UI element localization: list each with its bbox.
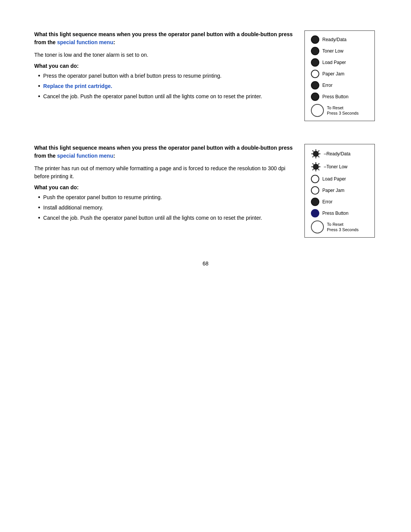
section-1-body: The toner is low and the toner alarm is … — [34, 51, 293, 59]
led-press-button-1 — [311, 93, 319, 101]
bullet-2-2: Install additional memory. — [38, 204, 293, 212]
section-2-heading: What this light sequence means when you … — [34, 144, 293, 160]
bullet-2-2-text: Install additional memory. — [43, 204, 104, 212]
reset-button-2 — [311, 220, 324, 233]
section-2: What this light sequence means when you … — [34, 144, 377, 238]
label-toner-low-1: Toner Low — [322, 48, 343, 54]
svg-line-16 — [318, 163, 319, 165]
led-load-paper-2 — [311, 175, 319, 183]
led-load-paper-1 — [311, 58, 319, 67]
section-1-heading: What this light sequence means when you … — [34, 30, 293, 46]
label-press-button-2: Press Button — [322, 211, 349, 216]
led-error-2 — [311, 198, 319, 206]
bullet-2-1-text: Push the operator panel button to resume… — [43, 193, 162, 201]
led-paper-jam-1 — [311, 70, 319, 78]
led-error-1 — [311, 81, 319, 89]
indicator-ready-data-2: –Ready/Data — [311, 149, 368, 159]
bullet-1-3: Cancel the job. Push the operator panel … — [38, 93, 293, 101]
label-ready-data-1: Ready/Data — [322, 37, 346, 42]
diagram-box-1: Ready/Data Toner Low Load Paper Paper Ja… — [304, 30, 375, 121]
reset-row-1: To Reset Press 3 Seconds — [311, 104, 368, 117]
indicator-press-button-2: Press Button — [311, 209, 368, 217]
section-1-heading-link[interactable]: special function menu — [57, 39, 113, 45]
led-blink-toner-low-2 — [311, 162, 321, 172]
reset-label-1-line2: Press 3 Seconds — [327, 111, 358, 115]
replace-cartridge-link[interactable]: Replace the print cartridge. — [43, 82, 112, 90]
svg-line-6 — [318, 156, 319, 157]
label-error-1: Error — [322, 83, 333, 88]
indicator-paper-jam-1: Paper Jam — [311, 70, 368, 78]
bullet-1-3-text: Cancel the job. Push the operator panel … — [43, 93, 262, 101]
reset-label-1-line1: To Reset — [327, 105, 343, 110]
section-2-heading-link[interactable]: special function menu — [57, 153, 113, 159]
label-toner-low-2: –Toner Low — [324, 164, 347, 169]
label-load-paper-1: Load Paper — [322, 60, 346, 65]
led-toner-low-1 — [311, 47, 319, 55]
svg-line-5 — [312, 150, 314, 152]
svg-line-15 — [318, 169, 319, 170]
section-1: What this light sequence means when you … — [34, 30, 377, 121]
led-press-button-2 — [311, 209, 319, 217]
indicator-ready-data-1: Ready/Data — [311, 35, 368, 44]
label-load-paper-2: Load Paper — [322, 176, 346, 182]
led-paper-jam-2 — [311, 186, 319, 195]
bullet-1-1-text: Press the operator panel button with a b… — [43, 72, 222, 80]
reset-row-2: To Reset Press 3 Seconds — [311, 220, 368, 233]
reset-button-1 — [311, 104, 324, 117]
svg-line-7 — [318, 150, 319, 152]
section-2-body: The printer has run out of memory while … — [34, 165, 293, 181]
indicator-toner-low-2: –Toner Low — [311, 162, 368, 172]
section-2-heading-colon: : — [113, 153, 115, 159]
section-1-text: What this light sequence means when you … — [34, 30, 293, 121]
section-2-text: What this light sequence means when you … — [34, 144, 293, 238]
section-1-bullets: Press the operator panel button with a b… — [38, 72, 293, 101]
led-ready-data-1 — [311, 35, 319, 44]
svg-line-8 — [312, 156, 314, 157]
indicator-load-paper-1: Load Paper — [311, 58, 368, 67]
label-press-button-1: Press Button — [322, 94, 349, 99]
indicator-error-2: Error — [311, 198, 368, 206]
section-1-heading-colon: : — [113, 39, 115, 45]
svg-line-14 — [312, 163, 314, 165]
indicator-toner-low-1: Toner Low — [311, 47, 368, 55]
indicator-paper-jam-2: Paper Jam — [311, 186, 368, 195]
label-paper-jam-1: Paper Jam — [322, 71, 344, 77]
indicator-press-button-1: Press Button — [311, 93, 368, 101]
bullet-1-2: Replace the print cartridge. — [38, 82, 293, 90]
page: What this light sequence means when you … — [0, 0, 411, 297]
led-blink-ready-data-2 — [311, 149, 321, 159]
indicator-error-1: Error — [311, 81, 368, 89]
section-2-diagram: –Ready/Data — [304, 144, 377, 238]
bullet-2-3: Cancel the job. Push the operator panel … — [38, 214, 293, 222]
bullet-2-3-text: Cancel the job. Push the operator panel … — [43, 214, 262, 222]
label-error-2: Error — [322, 199, 333, 204]
reset-label-2-line1: To Reset — [327, 222, 343, 227]
svg-point-0 — [313, 151, 319, 157]
diagram-box-2: –Ready/Data — [304, 144, 375, 238]
reset-label-2: To Reset Press 3 Seconds — [327, 222, 358, 233]
section-1-what-label: What you can do: — [34, 63, 293, 69]
section-2-bullets: Push the operator panel button to resume… — [38, 193, 293, 222]
label-paper-jam-2: Paper Jam — [322, 188, 344, 193]
section-2-what-label: What you can do: — [34, 184, 293, 190]
label-ready-data-2: –Ready/Data — [324, 151, 350, 157]
svg-point-9 — [313, 164, 319, 169]
bullet-2-1: Push the operator panel button to resume… — [38, 193, 293, 201]
indicator-load-paper-2: Load Paper — [311, 175, 368, 183]
bullet-1-1: Press the operator panel button with a b… — [38, 72, 293, 80]
svg-line-17 — [312, 169, 314, 170]
page-number: 68 — [34, 260, 377, 267]
reset-label-1: To Reset Press 3 Seconds — [327, 105, 358, 116]
section-1-diagram: Ready/Data Toner Low Load Paper Paper Ja… — [304, 30, 377, 121]
reset-label-2-line2: Press 3 Seconds — [327, 227, 358, 232]
